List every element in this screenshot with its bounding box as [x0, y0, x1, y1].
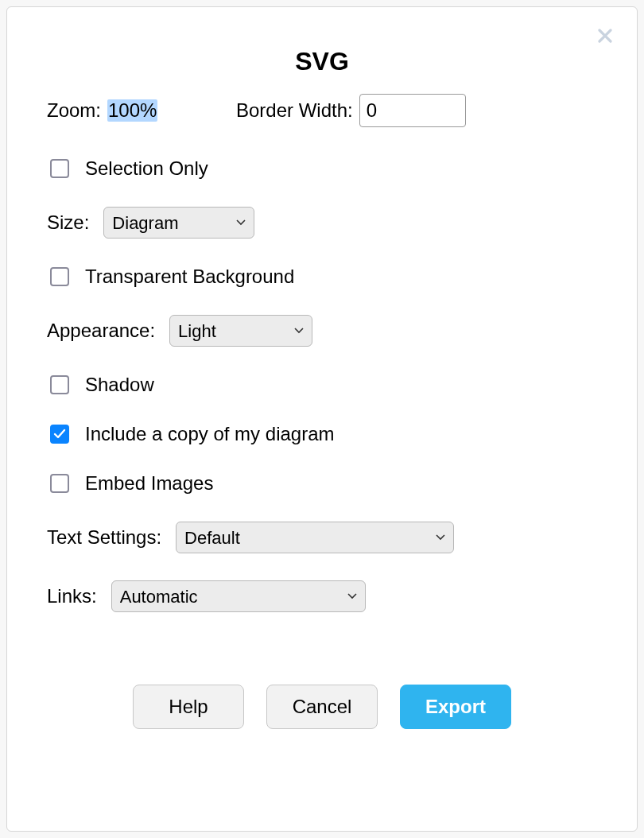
include-copy-row: Include a copy of my diagram	[47, 423, 597, 445]
appearance-row: Appearance: Light	[47, 315, 597, 347]
selection-only-row: Selection Only	[47, 157, 597, 180]
links-select[interactable]: Automatic	[111, 580, 366, 612]
shadow-checkbox[interactable]	[50, 375, 69, 394]
text-settings-row: Text Settings: Default	[47, 522, 597, 553]
zoom-input[interactable]: 100%	[107, 99, 214, 122]
embed-images-label: Embed Images	[85, 472, 213, 495]
include-copy-label: Include a copy of my diagram	[85, 423, 335, 445]
embed-images-row: Embed Images	[47, 472, 597, 495]
text-settings-select[interactable]: Default	[176, 522, 454, 553]
shadow-label: Shadow	[85, 374, 154, 396]
transparent-bg-checkbox[interactable]	[50, 267, 69, 286]
appearance-label: Appearance:	[47, 320, 155, 342]
shadow-row: Shadow	[47, 374, 597, 396]
border-width-label: Border Width:	[236, 99, 353, 122]
zoom-label: Zoom:	[47, 99, 101, 122]
zoom-border-row: Zoom: 100% Border Width:	[47, 94, 597, 127]
zoom-value: 100%	[107, 99, 157, 122]
dialog-title: SVG	[47, 47, 597, 76]
selection-only-label: Selection Only	[85, 157, 208, 180]
border-width-input[interactable]	[359, 94, 466, 127]
export-button[interactable]: Export	[400, 685, 511, 729]
close-icon	[597, 28, 613, 44]
size-select[interactable]: Diagram	[103, 207, 254, 239]
cancel-button[interactable]: Cancel	[266, 685, 378, 729]
size-row: Size: Diagram	[47, 207, 597, 239]
dialog-buttons: Help Cancel Export	[7, 685, 637, 729]
links-row: Links: Automatic	[47, 580, 597, 612]
export-dialog: SVG Zoom: 100% Border Width: Selection O…	[6, 6, 638, 832]
size-label: Size:	[47, 211, 89, 234]
selection-only-checkbox[interactable]	[50, 159, 69, 178]
help-button[interactable]: Help	[133, 685, 244, 729]
text-settings-label: Text Settings:	[47, 526, 161, 549]
appearance-select[interactable]: Light	[169, 315, 312, 347]
embed-images-checkbox[interactable]	[50, 474, 69, 493]
transparent-bg-label: Transparent Background	[85, 266, 294, 288]
close-button[interactable]	[596, 26, 615, 45]
links-label: Links:	[47, 585, 97, 607]
transparent-bg-row: Transparent Background	[47, 266, 597, 288]
include-copy-checkbox[interactable]	[50, 425, 69, 444]
